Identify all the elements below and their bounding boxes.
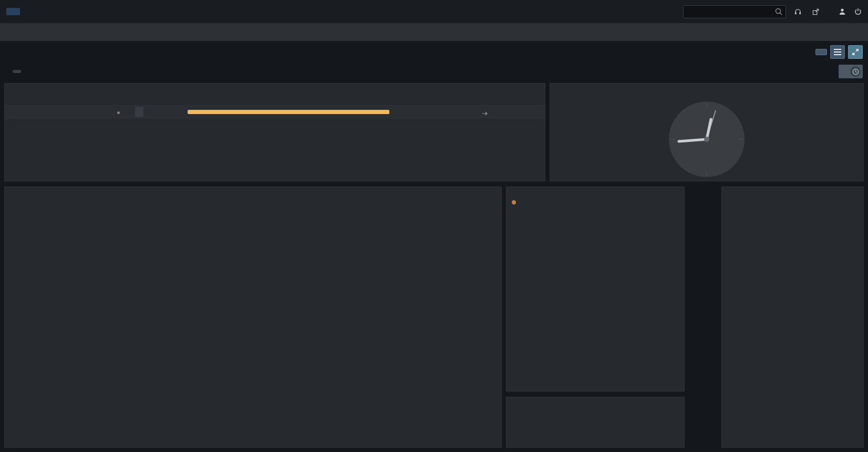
web-monitoring-header <box>507 405 684 418</box>
breadcrumb-current[interactable] <box>13 70 21 73</box>
time-controls <box>814 65 863 78</box>
profile-button[interactable] <box>839 8 846 15</box>
clock-widget <box>550 83 864 181</box>
logout-button[interactable] <box>854 8 862 15</box>
problem-duration <box>394 106 451 118</box>
power-icon <box>854 8 862 15</box>
problems-table <box>5 93 545 118</box>
column-duration <box>394 93 451 106</box>
column-problem-severity <box>183 93 394 106</box>
problems-widget <box>4 83 545 181</box>
top-bar-right <box>683 5 862 18</box>
share-link[interactable] <box>812 8 822 15</box>
legend-trigger-row <box>512 200 679 204</box>
search-input[interactable] <box>687 8 775 15</box>
expand-icon <box>852 49 859 55</box>
breadcrumb-bar <box>0 64 868 79</box>
clock-body <box>550 97 863 181</box>
problem-row <box>5 106 545 118</box>
memory-graph-legend <box>507 195 684 208</box>
problem-actions-badge[interactable] <box>481 111 488 116</box>
column-time[interactable] <box>5 93 106 106</box>
column-ok <box>575 408 596 415</box>
column-tags <box>511 93 545 106</box>
network-map[interactable] <box>5 203 502 448</box>
time-range-selector[interactable] <box>839 65 863 78</box>
top-bar <box>0 0 868 23</box>
clock-icon <box>852 68 859 75</box>
action-arrow-icon <box>482 111 488 116</box>
hamburger-icon <box>834 49 841 55</box>
column-host <box>131 93 183 106</box>
title-actions <box>815 45 863 59</box>
column-failed <box>596 408 628 415</box>
fullscreen-button[interactable] <box>848 45 863 59</box>
page-title-bar <box>0 42 868 62</box>
series-swatch <box>512 196 516 200</box>
headset-icon <box>794 8 801 15</box>
column-ack <box>451 93 477 106</box>
map-widget <box>4 187 502 448</box>
web-monitoring-widget <box>506 397 685 448</box>
edit-dashboard-button[interactable] <box>815 49 827 55</box>
problem-tags <box>511 106 545 118</box>
cpu-graph-widget <box>721 187 864 448</box>
analog-clock <box>667 100 746 179</box>
support-link[interactable] <box>794 8 804 15</box>
share-icon <box>812 8 819 15</box>
column-host-group[interactable] <box>513 408 575 415</box>
problems-header-row <box>5 93 545 106</box>
app-logo[interactable] <box>6 8 20 15</box>
user-icon <box>839 8 846 15</box>
legend-series-row <box>512 196 679 200</box>
dashboard-menu-button[interactable] <box>830 45 845 59</box>
column-unknown <box>628 408 676 415</box>
info-dot-icon <box>117 111 120 114</box>
problem-host-link[interactable] <box>135 107 143 117</box>
search-icon[interactable] <box>775 8 782 15</box>
problem-severity-chip[interactable] <box>188 110 389 114</box>
column-actions <box>477 93 511 106</box>
zabbix-dashboard <box>0 0 868 452</box>
trigger-dot-icon <box>512 200 516 204</box>
time-picker-button[interactable] <box>850 66 861 77</box>
cpu-graph-legend <box>722 195 863 199</box>
search-box[interactable] <box>683 5 786 18</box>
column-info <box>106 93 131 106</box>
monitoring-subnav <box>0 23 868 41</box>
memory-graph-widget <box>506 187 685 392</box>
